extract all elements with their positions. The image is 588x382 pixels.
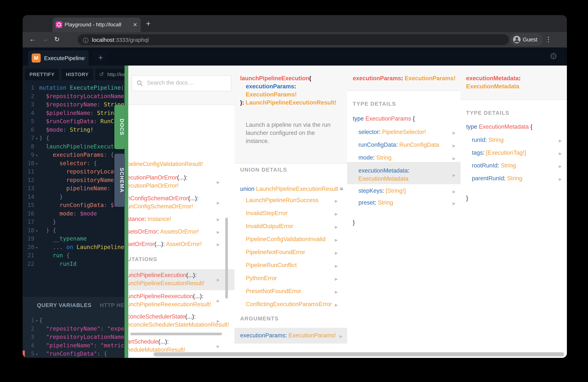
docs-item-type: pelineConfigValidationResult! (128, 161, 203, 168)
docs-search-input[interactable]: Search the docs ... (132, 75, 231, 91)
type-details-header: TYPE DETAILS (466, 110, 509, 116)
code-line: 13pipelineName: $pipelineName (22, 184, 125, 193)
code-line: 2$repositoryLocationName: (22, 92, 125, 101)
type-close-brace: } (353, 219, 355, 226)
docs-column-metadata: executionMetadata:ExecutionMetadataTYPE … (461, 65, 567, 358)
code-line: 3"repositoryLocationName": (22, 333, 125, 341)
type-field-type: ExecutionMetadata (358, 175, 408, 182)
mutation-badge: M (32, 54, 41, 63)
docs-column-type: executionParams: ExecutionParams!TYPE DE… (347, 65, 461, 358)
prettify-button[interactable]: PRETTIFY (25, 68, 59, 80)
profile-label: Guest (523, 37, 537, 42)
chevron-right-icon: ▶ (335, 251, 338, 255)
forward-icon[interactable]: → (42, 35, 48, 43)
docs-column-field: launchPipelineExecution(executionParams:… (234, 65, 348, 358)
type-header-band: executionMetadata:ExecutionMetadata (461, 65, 567, 100)
union-member-name: ConflictingExecutionParamsError (246, 301, 332, 308)
chevron-right-icon: ▶ (335, 290, 338, 294)
tab-docs[interactable]: DOCS (114, 105, 125, 149)
docs-horizontal-scrollbar[interactable] (153, 352, 564, 356)
chevron-right-icon: ▶ (335, 212, 338, 216)
graphql-favicon-icon (56, 21, 62, 28)
type-field-text: parentRunId: String (472, 175, 523, 182)
chevron-right-icon: ▶ (453, 130, 455, 135)
vertical-scrollbar[interactable] (225, 217, 228, 298)
site-info-icon[interactable]: ⓘ (83, 37, 88, 44)
browser-addressbar: ← → ↻ ⓘ localhost:3333/graphql Guest ⋮ (22, 32, 567, 47)
back-icon[interactable]: ← (29, 35, 36, 43)
union-member-name: PipelineConfigValidationInvalid (246, 236, 325, 243)
chevron-right-icon: ▶ (217, 242, 220, 247)
code-line: 23} (22, 268, 125, 270)
docs-item-type: unConfigSchemaOrError! (128, 203, 193, 210)
code-line: 8launchPipelineExecution( (22, 142, 125, 151)
url-bar[interactable]: ⓘ localhost:3333/graphql (78, 34, 509, 45)
reload-icon[interactable]: ↻ (54, 35, 60, 43)
type-header-band: executionParams: ExecutionParams! (347, 65, 461, 91)
search-placeholder: Search the docs ... (147, 80, 194, 86)
chevron-right-icon: ▶ (217, 180, 220, 184)
docs-field-list[interactable]: pelineConfigValidationResult!ecutionPlan… (128, 105, 234, 352)
playground-tab-close-icon[interactable]: × (83, 55, 86, 61)
variables-editor[interactable]: 1▾{2"repositoryName": "experimental"3"re… (22, 316, 125, 358)
docs-item-name: nConfigSchemaOrError(...): (128, 195, 198, 202)
chevron-right-icon: ▶ (217, 298, 220, 303)
settings-gear-icon[interactable]: ⚙ (549, 51, 558, 62)
code-line: 20▾... on LaunchPipelineRunSuccess (22, 243, 125, 252)
inner-horizontal-scrollbar[interactable] (130, 333, 222, 335)
chevron-right-icon: ▶ (335, 277, 338, 281)
chevron-right-icon: ▶ (335, 199, 338, 203)
field-description-line: Launch a pipeline run via the run (246, 122, 331, 128)
playground-new-tab-button[interactable]: + (93, 50, 108, 65)
field-signature-line: ExecutionParams! (246, 91, 297, 98)
docs-item-type: unchPipelineReexecutionResult! (128, 301, 211, 308)
tab-schema[interactable]: SCHEMA (114, 154, 125, 207)
type-field-text: stepKeys: [String!] (358, 188, 406, 194)
field-header-band: launchPipelineExecution(executionParams:… (234, 65, 347, 164)
docs-item-line: setOrError(...): AssetOrError! (128, 241, 202, 248)
history-button[interactable]: HISTORY (62, 68, 93, 80)
docs-section-header: UTATIONS (128, 256, 157, 262)
avatar-icon (513, 35, 521, 44)
new-tab-button[interactable]: + (146, 19, 151, 28)
code-line: 16mode: $mode (22, 210, 125, 218)
docs-item-name: artSchedule(...): (128, 338, 169, 345)
url-text: localhost:3333/graphql (92, 37, 149, 43)
browser-window: Playground - http://localhost:3 ✕ + ← → … (22, 15, 567, 358)
tab-close-icon[interactable]: ✕ (133, 22, 137, 28)
type-field-text: mode: String (358, 154, 392, 161)
chevron-right-icon: ▶ (453, 156, 455, 161)
code-line: 5▾"runConfigData": { (22, 350, 125, 358)
tab-query-variables[interactable]: QUERY VARIABLES (37, 302, 91, 308)
code-line: 21run { (22, 251, 125, 260)
code-line: 1▾{ (22, 316, 125, 324)
docs-item-name: unchPipelineReexecution(...): (128, 293, 203, 300)
type-field-text: selector: PipelineSelector! (358, 129, 426, 135)
docs-panel-edge[interactable] (125, 65, 128, 358)
endpoint-reload-icon[interactable]: ↺ (99, 68, 104, 80)
browser-tab[interactable]: Playground - http://localhost:3 ✕ (53, 18, 141, 32)
type-field-text: tags: [ExecutionTag!] (472, 149, 526, 156)
chevron-right-icon: ▶ (217, 344, 220, 348)
chevron-right-icon: ▶ (217, 277, 220, 282)
code-line: 1mutation ExecutePipeline( (22, 84, 125, 92)
chevron-right-icon: ▶ (335, 225, 338, 229)
query-editor[interactable]: 1mutation ExecutePipeline(2$repositoryLo… (22, 84, 125, 270)
docs-item-name: concileSchedulerState(...): (128, 313, 196, 320)
code-line: 22runId (22, 260, 125, 268)
code-line: 4"pipelineName": "metrics" (22, 341, 125, 350)
code-line: 5$runConfigData: RunConfigData! (22, 117, 125, 126)
union-member-name: PipelineRunConflict (246, 262, 297, 269)
playground-tab[interactable]: M ExecutePipeline × (28, 50, 88, 65)
type-field-text: preset: String (358, 199, 393, 206)
code-line: 19__typename (22, 234, 125, 243)
docs-item-type: unchPipelineExecutionResult! (128, 280, 204, 287)
profile-button[interactable]: Guest (511, 34, 543, 45)
code-line: 18▾) { (22, 226, 125, 235)
chevron-right-icon: ▶ (559, 138, 562, 143)
field-signature-line: ): LaunchPipelineExecutionResult! (240, 99, 336, 106)
type-header-line: executionMetadata: (466, 75, 521, 82)
field-signature-line: launchPipelineExecution( (240, 75, 311, 82)
browser-menu-icon[interactable]: ⋮ (545, 35, 552, 43)
type-close-brace: } (466, 195, 468, 202)
